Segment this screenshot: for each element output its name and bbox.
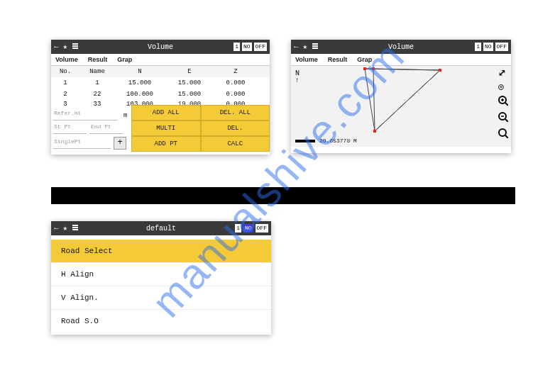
del-button[interactable]: DEL. — [201, 121, 270, 136]
volume-table-panel: ← ★ Volume 1 NO OFF Volume Result Grap N… — [51, 40, 270, 155]
svg-rect-1 — [72, 45, 78, 47]
header-off[interactable]: OFF — [254, 43, 267, 51]
cell: 15.000 — [165, 91, 214, 98]
menu-list: Road Select H Align V Align. Road S.O — [51, 235, 271, 337]
svg-point-21 — [499, 129, 506, 136]
action-buttons: ADD ALL DEL. ALL MULTI DEL. ADD PT CALC — [131, 105, 270, 152]
stack-icon[interactable] — [72, 224, 79, 233]
svg-rect-4 — [312, 45, 318, 47]
section-divider — [51, 187, 515, 204]
cell: 0.000 — [214, 79, 257, 86]
stack-icon[interactable] — [312, 43, 319, 52]
svg-rect-10 — [363, 67, 366, 70]
cell: 15.000 — [115, 79, 165, 86]
header-num: 1 — [233, 43, 240, 51]
svg-rect-23 — [72, 225, 78, 226]
svg-line-15 — [505, 103, 508, 106]
col-e: E — [165, 68, 214, 75]
unit-label: m — [123, 112, 127, 119]
zoom-in-icon[interactable] — [498, 96, 508, 108]
col-z: Z — [214, 68, 257, 75]
refer-ht-field[interactable]: Refer.Ht — [53, 110, 118, 121]
default-menu-panel: ← ★ default 1 NO OFF Road Select H Align… — [51, 221, 271, 335]
scale-bar: 20.653778 M — [295, 138, 357, 144]
add-pt-button[interactable]: ADD PT — [131, 136, 201, 152]
header-off[interactable]: OFF — [255, 224, 268, 233]
cell: 15.000 — [165, 79, 214, 86]
scale-bar-icon — [295, 140, 315, 142]
polygon-shape — [312, 65, 497, 142]
tab-volume[interactable]: Volume — [295, 56, 318, 63]
menu-h-align[interactable]: H Align — [51, 263, 271, 286]
col-no: No. — [51, 68, 79, 75]
svg-line-19 — [505, 119, 508, 122]
svg-marker-6 — [365, 69, 440, 131]
zoom-out-icon[interactable] — [498, 112, 508, 124]
cell: 1 — [79, 79, 115, 86]
svg-rect-11 — [372, 67, 375, 70]
search-icon[interactable] — [498, 128, 508, 140]
svg-rect-5 — [312, 47, 318, 49]
col-n: N — [115, 68, 165, 75]
header-off[interactable]: OFF — [495, 43, 508, 51]
compass-label: N — [295, 69, 300, 77]
volume-graphic-panel: ← ★ Volume 1 NO OFF Volume Result Grap N… — [291, 40, 511, 153]
header-bar: ← ★ default 1 NO OFF — [51, 221, 271, 235]
stack-icon[interactable] — [72, 43, 79, 52]
cell: 2 — [51, 91, 79, 98]
cell: 22 — [79, 91, 115, 98]
star-icon[interactable]: ★ — [63, 225, 68, 233]
add-all-button[interactable]: ADD ALL — [131, 105, 201, 121]
header-no[interactable]: NO — [243, 224, 253, 233]
tab-result[interactable]: Result — [328, 56, 348, 63]
svg-rect-12 — [373, 130, 376, 133]
table-row[interactable]: 2 22 100.000 15.000 0.000 — [51, 89, 270, 100]
header-num: 1 — [475, 43, 481, 51]
add-button[interactable]: + — [114, 137, 126, 150]
calc-button[interactable]: CALC — [201, 136, 270, 152]
del-all-button[interactable]: DEL. ALL — [201, 105, 270, 121]
svg-rect-3 — [312, 43, 318, 45]
compass-icon: N↑ — [295, 70, 300, 84]
back-icon[interactable]: ← — [294, 43, 299, 51]
star-icon[interactable]: ★ — [303, 43, 308, 51]
menu-road-so[interactable]: Road S.O — [51, 310, 271, 333]
header-bar: ← ★ Volume 1 NO OFF — [51, 40, 270, 54]
tab-result[interactable]: Result — [88, 56, 108, 63]
cell: 33 — [79, 101, 115, 108]
svg-rect-2 — [72, 47, 78, 49]
back-icon[interactable]: ← — [54, 43, 59, 51]
tab-grap[interactable]: Grap — [357, 56, 372, 63]
cell: 1 — [51, 79, 79, 86]
target-icon[interactable]: ◎ — [498, 82, 508, 91]
map-tools: ⤢ ◎ — [498, 69, 508, 140]
end-pt-field[interactable]: End Pt — [89, 123, 123, 134]
back-icon[interactable]: ← — [54, 225, 59, 233]
svg-line-22 — [505, 135, 508, 138]
header-num: 1 — [235, 224, 241, 233]
fullscreen-icon[interactable]: ⤢ — [498, 69, 508, 78]
menu-v-align[interactable]: V Align. — [51, 286, 271, 310]
multi-button[interactable]: MULTI — [131, 121, 201, 136]
single-pt-field[interactable]: SinglePt — [53, 138, 111, 149]
star-icon[interactable]: ★ — [63, 43, 68, 51]
svg-rect-25 — [72, 229, 78, 230]
header-no[interactable]: NO — [242, 43, 252, 51]
map-area[interactable]: N↑ ⤢ ◎ 20.653778 M — [291, 66, 511, 147]
cell: 100.000 — [115, 91, 165, 98]
tab-grap[interactable]: Grap — [117, 56, 132, 63]
tab-volume[interactable]: Volume — [55, 56, 78, 63]
st-pt-field[interactable]: St Pt — [53, 123, 87, 134]
svg-rect-0 — [72, 43, 78, 45]
svg-rect-24 — [72, 227, 78, 228]
svg-line-9 — [375, 70, 440, 131]
tabs: Volume Result Grap — [51, 54, 270, 66]
table-header: No. Name N E Z — [51, 66, 270, 77]
menu-road-select[interactable]: Road Select — [51, 240, 271, 263]
svg-line-8 — [373, 69, 440, 70]
svg-rect-13 — [439, 69, 441, 72]
header-no[interactable]: NO — [483, 43, 493, 51]
header-bar: ← ★ Volume 1 NO OFF — [291, 40, 511, 54]
table-row[interactable]: 1 1 15.000 15.000 0.000 — [51, 77, 270, 89]
cell: 3 — [51, 101, 79, 108]
